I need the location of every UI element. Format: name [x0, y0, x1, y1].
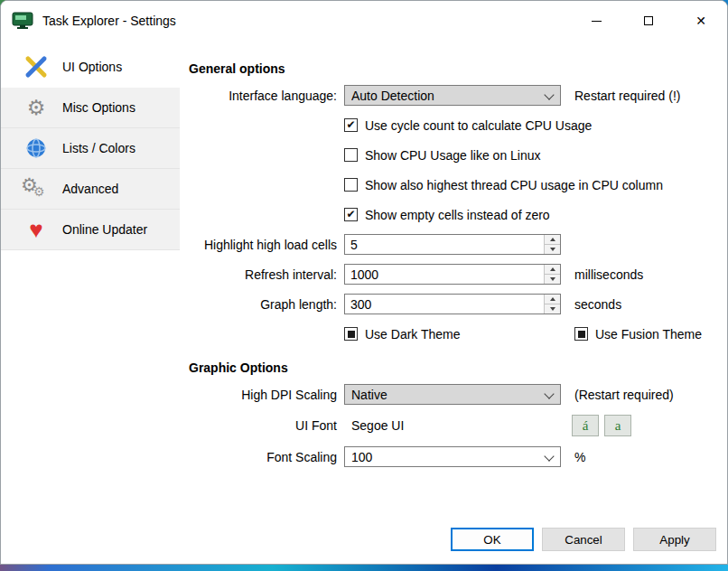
refresh-interval-label: Refresh interval:	[189, 267, 344, 282]
dialog-footer: OK Cancel Apply	[1, 522, 727, 564]
checkbox-cpu-usage-linux[interactable]: Show CPU Usage like on Linux	[344, 148, 541, 163]
graph-length-row: Graph length: 300 seconds	[189, 289, 727, 319]
refresh-interval-spinner[interactable]: 1000	[344, 264, 561, 285]
checkbox-label: Show also highest thread CPU usage in CP…	[365, 178, 663, 192]
spin-up-button[interactable]	[545, 295, 560, 304]
sidebar-item-label: Online Updater	[62, 222, 147, 237]
checkbox-dark-theme[interactable]: Use Dark Theme	[344, 327, 574, 342]
dialog-body: UI Options ⚙ Misc Options Lists / Colors	[1, 41, 727, 522]
sidebar-item-ui-options[interactable]: UI Options	[1, 47, 180, 88]
spin-down-button[interactable]	[545, 245, 560, 254]
spinner-value: 5	[345, 235, 544, 254]
chevron-down-icon	[545, 453, 554, 462]
maximize-button[interactable]	[622, 1, 675, 41]
spin-down-button[interactable]	[545, 304, 560, 314]
theme-row: Use Dark Theme Use Fusion Theme	[189, 319, 727, 349]
font-scaling-value: 100	[351, 450, 539, 464]
crossed-tools-icon	[21, 55, 51, 79]
highlight-high-load-spinner[interactable]: 5	[344, 234, 561, 255]
checkbox-box[interactable]	[344, 118, 358, 132]
high-dpi-select[interactable]: Native	[344, 384, 561, 405]
minimize-icon	[592, 21, 602, 22]
interface-language-value: Auto Detection	[351, 89, 539, 103]
ui-options-panel: General options Interface language: Auto…	[180, 41, 727, 522]
apply-button[interactable]: Apply	[633, 528, 716, 551]
ui-font-value: Segoe UI	[344, 418, 572, 433]
spin-buttons	[544, 265, 560, 284]
sidebar-item-online-updater[interactable]: ♥ Online Updater	[1, 210, 180, 250]
field-suffix: %	[574, 450, 585, 464]
checkbox-box[interactable]	[344, 178, 358, 192]
maximize-icon	[644, 16, 653, 25]
cancel-button[interactable]: Cancel	[542, 528, 625, 551]
close-icon: ✕	[695, 14, 706, 27]
checkbox-label: Use Fusion Theme	[595, 327, 702, 342]
spinner-value: 1000	[345, 265, 544, 284]
general-options-heading: General options	[189, 57, 727, 80]
checkbox-row: Show CPU Usage like on Linux	[189, 140, 727, 170]
restart-required-note: Restart required (!)	[574, 89, 680, 103]
sidebar-item-label: Misc Options	[62, 100, 135, 115]
checkbox-label: Use Dark Theme	[365, 327, 461, 342]
sidebar-item-misc-options[interactable]: ⚙ Misc Options	[1, 88, 180, 128]
ui-font-row: UI Font Segoe UI á a	[189, 409, 727, 442]
refresh-interval-row: Refresh interval: 1000 milliseconds	[189, 259, 727, 289]
highlight-high-load-label: Highlight high load cells	[189, 238, 344, 252]
spinner-value: 300	[345, 295, 544, 314]
checkbox-highest-thread-cpu[interactable]: Show also highest thread CPU usage in CP…	[344, 178, 663, 192]
graph-length-label: Graph length:	[189, 297, 344, 312]
checkbox-box[interactable]	[574, 327, 588, 341]
sidebar-item-advanced[interactable]: ⚙⚙ Advanced	[1, 169, 180, 210]
window-controls: ✕	[570, 1, 727, 41]
chevron-down-icon	[545, 91, 554, 100]
globe-palette-icon	[21, 137, 51, 159]
field-suffix: seconds	[574, 297, 621, 312]
font-scaling-row: Font Scaling 100 %	[189, 442, 727, 472]
spin-down-button[interactable]	[545, 275, 560, 284]
checkbox-fusion-theme[interactable]: Use Fusion Theme	[574, 327, 702, 342]
high-dpi-label: High DPI Scaling	[189, 388, 344, 402]
font-scaling-select[interactable]: 100	[344, 446, 561, 467]
interface-language-row: Interface language: Auto Detection Resta…	[189, 80, 727, 110]
reset-font-button[interactable]: a	[604, 415, 631, 436]
select-font-button[interactable]: á	[572, 415, 599, 436]
high-dpi-value: Native	[351, 388, 539, 402]
sidebar-item-label: Lists / Colors	[62, 141, 135, 155]
graphic-options-heading: Graphic Options	[189, 356, 727, 379]
sidebar-item-label: UI Options	[62, 60, 122, 74]
checkbox-box[interactable]	[344, 327, 358, 341]
ui-font-label: UI Font	[189, 418, 344, 433]
checkbox-row: Show empty cells instead of zero	[189, 200, 727, 229]
checkbox-box[interactable]	[344, 148, 358, 162]
sidebar-item-label: Advanced	[62, 182, 118, 196]
field-suffix: milliseconds	[574, 267, 643, 282]
ok-button[interactable]: OK	[451, 528, 534, 551]
chevron-down-icon	[545, 390, 554, 399]
sidebar-item-lists-colors[interactable]: Lists / Colors	[1, 128, 180, 169]
checkbox-empty-cells[interactable]: Show empty cells instead of zero	[344, 208, 550, 222]
checkbox-row: Show also highest thread CPU usage in CP…	[189, 170, 727, 200]
high-dpi-row: High DPI Scaling Native (Restart require…	[189, 379, 727, 409]
graph-length-spinner[interactable]: 300	[344, 294, 561, 314]
minimize-button[interactable]	[570, 1, 622, 41]
interface-language-label: Interface language:	[189, 89, 344, 103]
gears-icon: ⚙⚙	[21, 176, 51, 201]
close-button[interactable]: ✕	[675, 1, 727, 41]
checkbox-box[interactable]	[344, 208, 358, 221]
interface-language-select[interactable]: Auto Detection	[344, 85, 561, 106]
checkbox-row: Use cycle count to calculate CPU Usage	[189, 110, 727, 140]
spin-up-button[interactable]	[545, 235, 560, 245]
highlight-high-load-row: Highlight high load cells 5	[189, 229, 727, 259]
checkbox-use-cycle-count[interactable]: Use cycle count to calculate CPU Usage	[344, 118, 592, 133]
restart-required-note: (Restart required)	[574, 388, 674, 402]
title-bar[interactable]: Task Explorer - Settings ✕	[1, 1, 727, 41]
spin-up-button[interactable]	[545, 265, 560, 275]
checkbox-label: Use cycle count to calculate CPU Usage	[365, 118, 592, 133]
settings-dialog: Task Explorer - Settings ✕ UI Options ⚙ …	[0, 0, 728, 565]
checkbox-label: Show empty cells instead of zero	[365, 208, 550, 222]
window-title: Task Explorer - Settings	[42, 14, 176, 28]
spin-buttons	[544, 235, 560, 254]
checkbox-label: Show CPU Usage like on Linux	[365, 148, 541, 163]
settings-sidebar: UI Options ⚙ Misc Options Lists / Colors	[1, 41, 180, 522]
spin-buttons	[544, 295, 560, 314]
